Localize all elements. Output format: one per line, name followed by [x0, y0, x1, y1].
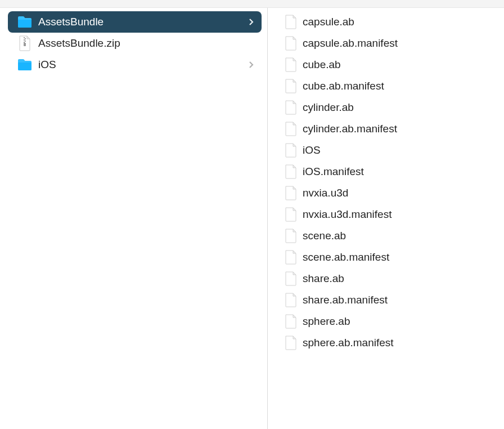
file-icon [285, 122, 297, 136]
file-item[interactable]: share.ab [285, 268, 498, 289]
file-icon [285, 314, 297, 329]
item-label: cylinder.ab [303, 101, 493, 114]
svg-rect-3 [25, 41, 26, 42]
file-icon [285, 229, 297, 243]
folder-icon [17, 14, 33, 30]
finder-columns: AssetsBundle AssetsBundle.zip [0, 8, 504, 429]
file-item[interactable]: cylinder.ab [285, 97, 498, 118]
file-item[interactable]: cylinder.ab.manifest [285, 118, 498, 140]
folder-item-ios[interactable]: iOS [8, 54, 262, 75]
item-label: iOS.manifest [303, 166, 493, 178]
folder-item-assetsbundle[interactable]: AssetsBundle [8, 11, 262, 33]
item-label: iOS [38, 59, 247, 71]
item-label: AssetsBundle.zip [38, 37, 256, 50]
svg-rect-0 [24, 37, 25, 38]
item-label: scene.ab [303, 230, 493, 242]
file-item[interactable]: nvxia.u3d.manifest [285, 204, 498, 225]
svg-rect-5 [24, 43, 26, 46]
file-icon [285, 336, 297, 350]
file-icon [285, 79, 297, 93]
item-label: nvxia.u3d.manifest [303, 208, 493, 221]
file-item[interactable]: capsule.ab [285, 11, 498, 33]
item-label: sphere.ab.manifest [303, 337, 493, 349]
window-toolbar [0, 0, 504, 8]
file-item[interactable]: sphere.ab [285, 311, 498, 332]
item-label: share.ab [303, 272, 493, 285]
item-label: capsule.ab [303, 16, 493, 28]
item-label: sphere.ab [303, 315, 493, 328]
folder-icon [17, 57, 33, 73]
file-icon [285, 293, 297, 307]
zip-file-icon [17, 35, 33, 51]
file-item[interactable]: share.ab.manifest [285, 289, 498, 311]
file-item[interactable]: capsule.ab.manifest [285, 33, 498, 54]
file-icon [285, 15, 297, 29]
svg-rect-4 [24, 42, 25, 43]
file-icon [285, 143, 297, 158]
item-label: share.ab.manifest [303, 294, 493, 306]
chevron-right-icon [247, 17, 256, 26]
item-label: cube.ab.manifest [303, 80, 493, 92]
chevron-right-icon [247, 60, 256, 69]
file-item[interactable]: cube.ab.manifest [285, 75, 498, 97]
item-label: cylinder.ab.manifest [303, 123, 493, 135]
item-label: AssetsBundle [38, 16, 247, 28]
file-icon [285, 100, 297, 115]
file-item-assetsbundle-zip[interactable]: AssetsBundle.zip [8, 33, 262, 54]
item-label: iOS [303, 144, 493, 157]
finder-column-right[interactable]: capsule.ab capsule.ab.manifest cube.ab c… [268, 8, 504, 429]
finder-column-left[interactable]: AssetsBundle AssetsBundle.zip [0, 8, 268, 429]
file-icon [285, 207, 297, 222]
file-item[interactable]: scene.ab.manifest [285, 247, 498, 268]
item-label: cube.ab [303, 59, 493, 71]
file-item[interactable]: iOS.manifest [285, 161, 498, 182]
item-label: capsule.ab.manifest [303, 37, 493, 50]
svg-rect-2 [24, 39, 25, 41]
file-item[interactable]: cube.ab [285, 54, 498, 75]
file-icon [285, 164, 297, 179]
file-icon [285, 250, 297, 265]
file-icon [285, 57, 297, 72]
file-icon [285, 271, 297, 286]
file-item[interactable]: nvxia.u3d [285, 182, 498, 204]
file-item[interactable]: sphere.ab.manifest [285, 332, 498, 354]
svg-rect-1 [25, 38, 26, 39]
file-item[interactable]: scene.ab [285, 225, 498, 247]
file-icon [285, 186, 297, 200]
item-label: nvxia.u3d [303, 187, 493, 199]
file-item[interactable]: iOS [285, 140, 498, 161]
file-icon [285, 36, 297, 51]
item-label: scene.ab.manifest [303, 251, 493, 263]
